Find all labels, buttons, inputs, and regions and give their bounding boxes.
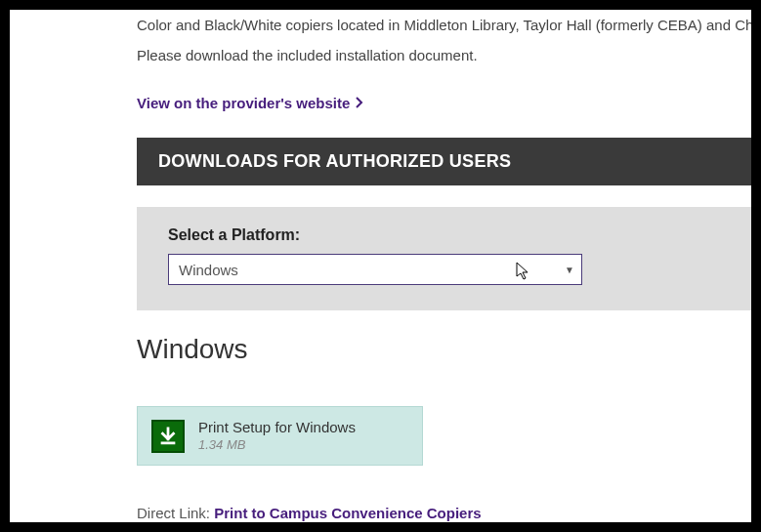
download-card[interactable]: Print Setup for Windows 1.34 MB — [137, 406, 423, 466]
svg-rect-0 — [161, 441, 176, 444]
download-name: Print Setup for Windows — [198, 419, 356, 437]
platform-heading: Windows — [137, 334, 751, 365]
direct-link-prefix: Direct Link: — [137, 505, 214, 521]
provider-website-link[interactable]: View on the provider's website — [137, 95, 363, 111]
direct-link[interactable]: Print to Campus Convenience Copiers — [214, 505, 481, 521]
intro-text-line2: Please download the included installatio… — [137, 42, 751, 70]
intro-text-line1: Color and Black/White copiers located in… — [137, 10, 751, 40]
download-size: 1.34 MB — [198, 437, 356, 453]
direct-link-line: Direct Link: Print to Campus Convenience… — [137, 505, 751, 521]
platform-label: Select a Platform: — [168, 226, 740, 244]
platform-select[interactable]: Windows — [168, 254, 582, 285]
platform-picker-panel: Select a Platform: Windows ▼ — [137, 207, 751, 310]
chevron-right-icon — [356, 95, 363, 111]
provider-link-label: View on the provider's website — [137, 95, 350, 111]
download-arrow-icon — [151, 420, 185, 453]
downloads-section-header: DOWNLOADS FOR AUTHORIZED USERS — [137, 138, 751, 185]
